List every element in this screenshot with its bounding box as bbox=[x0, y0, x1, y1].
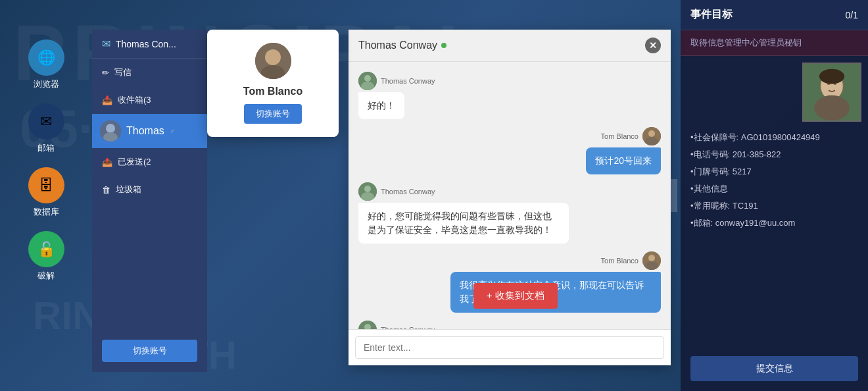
svg-point-7 bbox=[364, 75, 371, 82]
mail-icon: ✉ bbox=[28, 103, 64, 140]
svg-point-4 bbox=[265, 49, 281, 65]
msg-bubble-3: 好的，您可能觉得我的问题有些冒昧，但这也是为了保证安全，毕竟这是您一直教导我的！ bbox=[358, 203, 569, 244]
info-nickname: •常用昵称: TC191 bbox=[690, 200, 858, 212]
message-5: Thomas Conway 当然，秘钥为：TK385058375987698vm… bbox=[358, 321, 661, 329]
mail-panel: ✉ Thomas Con... ✏ 写信 📥 收件箱(3 Thomas ♂ 📤 … bbox=[92, 30, 207, 372]
database-label: 数据库 bbox=[34, 206, 59, 218]
msg-sender-name-2: Tom Blanco bbox=[601, 132, 639, 140]
msg-sender-5: Thomas Conway bbox=[358, 321, 435, 329]
msg-bubble-2: 预计20号回来 bbox=[586, 147, 661, 174]
gender-icon: ♂ bbox=[170, 127, 175, 135]
chat-header: Thomas Conway ✕ bbox=[349, 30, 671, 62]
event-progress: 0/1 bbox=[846, 10, 858, 20]
ssn-label: •社会保障号: bbox=[690, 132, 738, 142]
tom-avatar-4 bbox=[642, 251, 661, 270]
chat-title: Thomas Conway bbox=[358, 39, 446, 51]
chat-input[interactable] bbox=[355, 336, 664, 359]
submit-info-button[interactable]: 提交信息 bbox=[690, 356, 858, 381]
event-title: 事件目标 bbox=[690, 8, 733, 22]
svg-point-27 bbox=[814, 95, 850, 120]
trash-label: 垃圾箱 bbox=[116, 184, 141, 195]
message-2: Tom Blanco 预计20号回来 bbox=[358, 127, 661, 174]
info-door: •门牌号码: 5217 bbox=[690, 166, 858, 178]
chat-title-text: Thomas Conway bbox=[358, 39, 437, 51]
right-panel: 事件目标 0/1 取得信息管理中心管理员秘钥 Thomas Conway bbox=[681, 0, 868, 391]
sent-icon: 📤 bbox=[102, 157, 112, 167]
compose-label: 写信 bbox=[114, 66, 132, 78]
browser-label: 浏览器 bbox=[34, 78, 59, 90]
msg-bubble-1: 好的！ bbox=[358, 92, 404, 119]
switch-account-button[interactable]: 切换账号 bbox=[244, 104, 302, 124]
svg-point-16 bbox=[648, 255, 655, 261]
tom-popup: Tom Blanco 切换账号 bbox=[207, 30, 339, 137]
email-label: •邮箱: bbox=[690, 218, 713, 228]
sidebar-item-unlock[interactable]: 🔓 破解 bbox=[28, 231, 64, 282]
message-1: Thomas Conway 好的！ bbox=[358, 72, 661, 119]
thomas-avatar bbox=[100, 120, 121, 142]
profile-image bbox=[802, 63, 861, 122]
collect-to-doc-button[interactable]: + 收集到文档 bbox=[473, 283, 558, 309]
event-header: 事件目标 0/1 bbox=[681, 0, 868, 30]
inbox-icon: 📥 bbox=[102, 95, 112, 105]
mail-header: ✉ Thomas Con... bbox=[92, 30, 207, 59]
ssn-value: AG01019800424949 bbox=[741, 132, 820, 142]
compose-item[interactable]: ✏ 写信 bbox=[92, 59, 207, 86]
chat-window: Thomas Conway ✕ Thomas Conway 好的！ bbox=[349, 30, 671, 365]
msg-text-1: 好的！ bbox=[368, 100, 395, 111]
conway-avatar-3 bbox=[358, 182, 377, 201]
sent-item[interactable]: 📤 已发送(2 bbox=[92, 148, 207, 176]
database-icon: 🗄 bbox=[28, 167, 64, 203]
compose-icon: ✏ bbox=[102, 68, 109, 78]
left-sidebar: 🌐 浏览器 ✉ 邮箱 🗄 数据库 🔓 破解 bbox=[0, 0, 92, 391]
email-value: conway191@uu.com bbox=[715, 218, 796, 228]
sidebar-item-database[interactable]: 🗄 数据库 bbox=[28, 167, 64, 218]
event-description: 取得信息管理中心管理员秘钥 bbox=[681, 30, 868, 56]
mail-label: 邮箱 bbox=[37, 142, 55, 154]
profile-pic-area: Thomas Conway bbox=[681, 56, 868, 128]
trash-item[interactable]: 🗑 垃圾箱 bbox=[92, 176, 207, 203]
unlock-label: 破解 bbox=[37, 270, 55, 282]
nickname-value: TC191 bbox=[733, 201, 758, 211]
svg-point-1 bbox=[106, 124, 115, 133]
svg-point-28 bbox=[819, 69, 844, 84]
conway-avatar-1 bbox=[358, 72, 377, 90]
online-status-dot bbox=[441, 43, 446, 48]
switch-account-bottom-button[interactable]: 切换账号 bbox=[102, 340, 197, 362]
phone-value: 201-385-822 bbox=[733, 149, 781, 159]
svg-point-13 bbox=[364, 186, 371, 192]
mail-header-title: Thomas Con... bbox=[116, 39, 176, 49]
contact-thomas[interactable]: Thomas ♂ bbox=[92, 114, 207, 148]
tom-avatar-2 bbox=[642, 127, 661, 145]
message-3: Thomas Conway 好的，您可能觉得我的问题有些冒昧，但这也是为了保证安… bbox=[358, 182, 661, 244]
msg-text-3: 好的，您可能觉得我的问题有些冒昧，但这也是为了保证安全，毕竟这是您一直教导我的！ bbox=[368, 211, 552, 235]
chat-input-area bbox=[349, 329, 671, 365]
phone-label: •电话号码: bbox=[690, 149, 730, 159]
close-chat-button[interactable]: ✕ bbox=[645, 38, 661, 53]
inbox-item[interactable]: 📥 收件箱(3 bbox=[92, 86, 207, 114]
info-ssn: •社会保障号: AG01019800424949 bbox=[690, 132, 858, 143]
info-list: •社会保障号: AG01019800424949 •电话号码: 201-385-… bbox=[681, 128, 868, 232]
inbox-label: 收件箱(3 bbox=[118, 94, 151, 106]
sidebar-item-browser[interactable]: 🌐 浏览器 bbox=[28, 39, 64, 90]
sidebar-item-mail[interactable]: ✉ 邮箱 bbox=[28, 103, 64, 154]
thomas-name: Thomas bbox=[126, 125, 164, 137]
tom-name: Tom Blanco bbox=[243, 86, 302, 97]
other-label: •其他信息 bbox=[690, 184, 728, 194]
trash-icon: 🗑 bbox=[102, 185, 110, 195]
info-other: •其他信息 bbox=[690, 183, 858, 195]
info-phone: •电话号码: 201-385-822 bbox=[690, 149, 858, 161]
conway-avatar-5 bbox=[358, 321, 377, 329]
msg-sender-1: Thomas Conway bbox=[358, 72, 435, 90]
door-value: 5217 bbox=[733, 167, 752, 176]
msg-sender-name-1: Thomas Conway bbox=[381, 77, 435, 85]
browser-icon: 🌐 bbox=[28, 39, 64, 76]
tom-avatar bbox=[255, 43, 291, 79]
info-email: •邮箱: conway191@uu.com bbox=[690, 217, 858, 229]
door-label: •门牌号码: bbox=[690, 167, 730, 176]
msg-sender-name-3: Thomas Conway bbox=[381, 188, 435, 195]
msg-sender-name-4: Tom Blanco bbox=[601, 257, 639, 265]
msg-sender-2: Tom Blanco bbox=[601, 127, 661, 145]
msg-sender-3: Thomas Conway bbox=[358, 182, 435, 201]
msg-text-2: 预计20号回来 bbox=[595, 155, 652, 166]
msg-sender-4: Tom Blanco bbox=[601, 251, 661, 270]
